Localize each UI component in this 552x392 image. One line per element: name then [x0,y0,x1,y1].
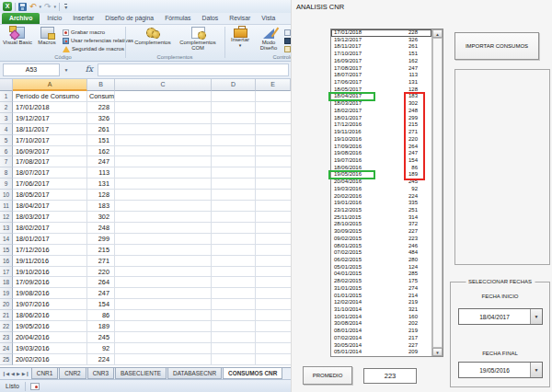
cell-B4[interactable]: 261 [87,124,115,135]
consumption-row[interactable]: 19/01/2016335 [331,200,431,207]
scroll-thumb[interactable] [432,38,443,348]
ribbon-tab-vista[interactable]: Vista [256,13,281,24]
consumption-row[interactable]: 07/02/2014217 [331,335,431,342]
cell-C11[interactable] [115,201,212,212]
cell-C13[interactable] [115,223,212,234]
scroll-up-icon[interactable]: ▲ [432,29,443,38]
cell-B6[interactable]: 162 [87,146,115,157]
undo-icon[interactable]: ↶ [29,3,37,11]
cell-E2[interactable] [256,102,291,113]
row-header-17[interactable]: 17 [0,267,13,278]
cell-D10[interactable] [212,190,256,201]
cell-E3[interactable] [256,113,291,124]
cell-A2[interactable]: 17/01/2018 [13,102,87,113]
consumption-row[interactable]: 30/08/2014202 [331,320,431,328]
cell-C17[interactable] [115,267,212,278]
consumption-row[interactable]: 18/02/2017248 [331,108,431,115]
cell-C24[interactable] [115,343,212,354]
sheet-tab-databasecnr[interactable]: DATABASECNR [167,368,222,379]
consumption-row[interactable]: 17/01/2018228 [331,29,431,37]
formula-input[interactable] [98,63,289,76]
cell-C16[interactable] [115,256,212,267]
column-header-d[interactable]: D [212,79,256,91]
row-header-13[interactable]: 13 [0,223,13,234]
consumption-row[interactable]: 18/04/2017183 [331,93,431,100]
consumption-row[interactable]: 09/02/2015223 [331,236,431,243]
cell-B20[interactable]: 154 [87,299,115,310]
macros-button[interactable]: Macros [32,26,62,45]
consumption-row[interactable]: 31/10/2014321 [331,306,431,314]
cell-E6[interactable] [256,146,291,157]
cell-A21[interactable]: 18/06/2016 [13,310,87,321]
row-header-21[interactable]: 21 [0,310,13,321]
column-header-a[interactable]: A [13,79,87,91]
consumption-row[interactable]: 19/03/201692 [331,186,431,193]
importar-consumos-button[interactable]: IMPORTAR CONSUMOS [454,32,539,60]
cell-A20[interactable]: 19/07/2016 [13,299,87,310]
cell-C23[interactable] [115,332,212,343]
cell-C25[interactable] [115,354,212,365]
cell-B23[interactable]: 245 [87,332,115,343]
cell-B13[interactable]: 248 [87,223,115,234]
cell-B25[interactable]: 224 [87,354,115,365]
cell-C5[interactable] [115,135,212,146]
ribbon-tab-datos[interactable]: Datos [196,13,224,24]
cell-E10[interactable] [256,190,291,201]
consumption-row[interactable]: 18/07/2017113 [331,72,431,79]
cell-C20[interactable] [115,299,212,310]
consumption-row[interactable]: 17/08/2017247 [331,65,431,73]
cell-D21[interactable] [212,310,256,321]
redo-dropdown-icon[interactable]: ▾ [54,4,57,9]
last-sheet-icon[interactable]: ▶❙ [22,371,29,376]
cell-C9[interactable] [115,179,212,190]
consumption-row[interactable]: 06/02/2015280 [331,257,431,264]
consumption-row[interactable]: 05/01/2014209 [331,349,431,356]
cell-C12[interactable] [115,212,212,223]
cell-D3[interactable] [212,113,256,124]
cell-E23[interactable] [256,332,291,343]
cell-A24[interactable]: 19/03/2016 [13,343,87,354]
cell-A10[interactable]: 18/05/2017 [13,190,87,201]
cell-E4[interactable] [256,124,291,135]
cell-B12[interactable]: 302 [87,212,115,223]
cell-B21[interactable]: 86 [87,310,115,321]
consumption-row[interactable]: 17/06/2017131 [331,79,431,86]
sheet-tab-basecliente[interactable]: BASECLIENTE [115,368,167,379]
consumption-row[interactable]: 28/10/2015372 [331,221,431,228]
cell-D23[interactable] [212,332,256,343]
cell-E9[interactable] [256,179,291,190]
row-header-2[interactable]: 2 [0,102,13,113]
consumption-row[interactable]: 20/02/2016224 [331,193,431,201]
cell-B14[interactable]: 299 [87,234,115,245]
cell-C10[interactable] [115,190,212,201]
cell-C22[interactable] [115,321,212,332]
consumption-row[interactable]: 05/01/2015124 [331,264,431,271]
cell-B22[interactable]: 189 [87,321,115,332]
cell-D24[interactable] [212,343,256,354]
consumption-row[interactable]: 18/05/2017128 [331,86,431,94]
cell-C1[interactable] [115,91,212,102]
fecha-final-combobox[interactable]: 19/05/2016 ▼ [458,362,543,378]
row-header-16[interactable]: 16 [0,256,13,267]
consumption-row[interactable]: 08/01/2015246 [331,243,431,250]
ejecutar-button[interactable]: Ej [284,45,291,52]
cell-B16[interactable]: 271 [87,256,115,267]
cell-D4[interactable] [212,124,256,135]
row-header-8[interactable]: 8 [0,167,13,179]
name-box[interactable]: A53 [3,63,60,76]
prev-sheet-icon[interactable]: ◀ [11,371,15,376]
consumption-row[interactable]: 19/07/2016154 [331,157,431,165]
consumption-row[interactable]: 01/01/2015214 [331,293,431,300]
column-header-c[interactable]: C [115,79,212,91]
insertar-control-button[interactable]: Insertar ▾ [226,26,254,49]
row-header-18[interactable]: 18 [0,277,13,288]
cell-E25[interactable] [256,354,291,365]
cell-E12[interactable] [256,212,291,223]
cell-E20[interactable] [256,299,291,310]
cell-C3[interactable] [115,113,212,124]
consumption-row[interactable]: 30/05/2014227 [331,342,431,350]
sheet-tab-cnr3[interactable]: CNR3 [87,368,114,379]
consumption-row[interactable]: 30/09/2015227 [331,228,431,236]
cell-D20[interactable] [212,299,256,310]
sheet-tab-cnr1[interactable]: CNR1 [31,368,58,379]
